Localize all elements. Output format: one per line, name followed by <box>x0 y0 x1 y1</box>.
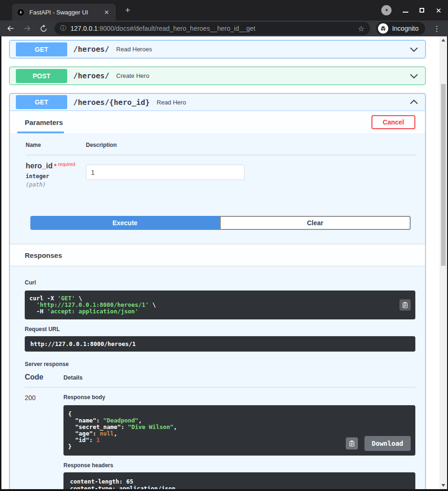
parameter-type: integer <box>26 173 86 180</box>
forward-button[interactable] <box>22 23 32 34</box>
opblock-create-hero: POST /heroes/ Create Hero <box>9 67 426 85</box>
hero-id-input[interactable] <box>86 165 245 180</box>
execute-button[interactable]: Execute <box>30 216 220 230</box>
required-label: required <box>58 162 75 167</box>
browser-titlebar: FastAPI - Swagger UI ✕ + ▼ ✕ <box>0 0 448 21</box>
maximize-button[interactable] <box>420 6 424 14</box>
execute-row: Execute Clear <box>30 216 411 230</box>
column-header-description: Description <box>86 142 415 155</box>
incognito-badge: Incognito <box>376 22 425 35</box>
opblock-summary-create-hero[interactable]: POST /heroes/ Create Hero <box>10 67 425 84</box>
url-text: 127.0.0.1:8000/docs#/default/read_hero_h… <box>70 25 354 32</box>
request-url-label: Request URL <box>25 326 415 332</box>
chevron-down-icon[interactable] <box>409 45 419 54</box>
scroll-down-arrow-icon[interactable] <box>440 482 447 489</box>
tab-title: FastAPI - Swagger UI <box>29 9 102 16</box>
scrollbar[interactable] <box>440 36 447 489</box>
endpoint-summary: Create Hero <box>116 72 149 79</box>
swagger-page: GET /heroes/ Read Heroes POST /heroes/ C… <box>1 36 440 489</box>
request-url-value: http://127.0.0.1:8000/heroes/1 <box>25 336 415 352</box>
server-response-label: Server response <box>25 361 415 367</box>
endpoint-summary: Read Heroes <box>116 46 152 53</box>
reload-button[interactable] <box>38 23 49 34</box>
code-column-header: Code <box>25 373 63 387</box>
browser-toolbar: ⓘ 127.0.0.1:8000/docs#/default/read_hero… <box>0 21 448 36</box>
cancel-button[interactable]: Cancel <box>371 115 415 129</box>
fastapi-favicon-icon <box>17 8 25 16</box>
close-button[interactable]: ✕ <box>435 7 441 14</box>
scroll-up-arrow-icon[interactable] <box>440 36 447 44</box>
required-star: * <box>54 162 56 170</box>
curl-label: Curl <box>25 279 415 286</box>
opblock-read-heroes: GET /heroes/ Read Heroes <box>9 40 426 58</box>
clear-button[interactable]: Clear <box>220 216 411 230</box>
method-badge-get: GET <box>16 95 67 109</box>
endpoint-path: /heroes/ <box>73 71 109 80</box>
endpoint-path: /heroes/{hero_id} <box>73 98 150 107</box>
parameters-section-header: Parameters Cancel <box>10 111 425 133</box>
chevron-up-icon[interactable] <box>409 97 419 107</box>
browser-indicator-icon[interactable]: ▼ <box>381 5 392 15</box>
response-headers-block: content-length: 65 content-type: applica… <box>63 472 415 489</box>
curl-code-block: curl -X 'GET' \ 'http://127.0.0.1:8000/h… <box>25 290 415 319</box>
browser-menu-icon[interactable]: ⋮ <box>431 24 442 33</box>
url-bar[interactable]: ⓘ 127.0.0.1:8000/docs#/default/read_hero… <box>55 22 370 35</box>
copy-to-clipboard-button[interactable] <box>399 299 411 311</box>
parameter-location: (path) <box>26 181 86 188</box>
download-button[interactable]: Download <box>364 436 411 451</box>
method-badge-get: GET <box>16 42 67 56</box>
window-controls: ▼ ✕ <box>381 0 441 21</box>
responses-section-header: Responses <box>10 244 425 266</box>
responses-inner: Curl curl -X 'GET' \ 'http://127.0.0.1:8… <box>10 266 425 489</box>
parameters-area: Name Description hero_id*required intege… <box>10 133 425 188</box>
incognito-label: Incognito <box>392 25 419 32</box>
active-tab-indicator <box>17 131 64 133</box>
back-button[interactable] <box>6 23 16 34</box>
chevron-down-icon[interactable] <box>409 71 419 81</box>
response-details-cell: Response body { "name": "Deadpond", "sec… <box>63 387 415 489</box>
responses-title: Responses <box>25 251 62 259</box>
status-code: 200 <box>25 387 63 489</box>
minimize-button[interactable] <box>403 6 408 14</box>
site-info-icon[interactable]: ⓘ <box>60 24 66 33</box>
tab-close-icon[interactable]: ✕ <box>102 8 111 17</box>
method-badge-post: POST <box>16 69 67 83</box>
endpoint-path: /heroes/ <box>73 45 109 54</box>
page-viewport: GET /heroes/ Read Heroes POST /heroes/ C… <box>1 36 447 489</box>
column-header-name: Name <box>26 142 86 155</box>
response-body-label: Response body <box>63 394 415 401</box>
browser-tab[interactable]: FastAPI - Swagger UI ✕ <box>12 4 116 21</box>
endpoint-summary: Read Hero <box>157 99 186 106</box>
browser-window: FastAPI - Swagger UI ✕ + ▼ ✕ ⓘ 127.0.0.1… <box>0 0 448 491</box>
copy-to-clipboard-button[interactable] <box>346 437 358 450</box>
new-tab-button[interactable]: + <box>123 6 132 15</box>
response-body-actions: Download <box>346 436 411 451</box>
incognito-icon <box>378 23 388 34</box>
response-headers-label: Response headers <box>63 462 415 469</box>
opblock-read-hero: GET /heroes/{hero_id} Read Hero Paramete… <box>9 93 426 489</box>
response-body-block: { "name": "Deadpond", "secret_name": "Di… <box>63 405 415 456</box>
tab-parameters-label: Parameters <box>25 118 63 126</box>
details-column-header: Details <box>63 373 415 387</box>
parameter-name-cell: hero_id*required integer (path) <box>26 155 86 188</box>
parameter-name: hero_id <box>26 162 53 170</box>
bookmark-star-icon[interactable]: ☆ <box>358 24 364 33</box>
opblock-summary-read-hero[interactable]: GET /heroes/{hero_id} Read Hero <box>10 94 425 111</box>
tab-parameters[interactable]: Parameters <box>25 111 63 133</box>
opblock-summary-read-heroes[interactable]: GET /heroes/ Read Heroes <box>10 41 425 58</box>
server-response-table: Code Details 200 Response body { "name":… <box>25 373 415 489</box>
parameter-value-cell <box>86 155 415 188</box>
scrollbar-thumb[interactable] <box>441 84 446 266</box>
